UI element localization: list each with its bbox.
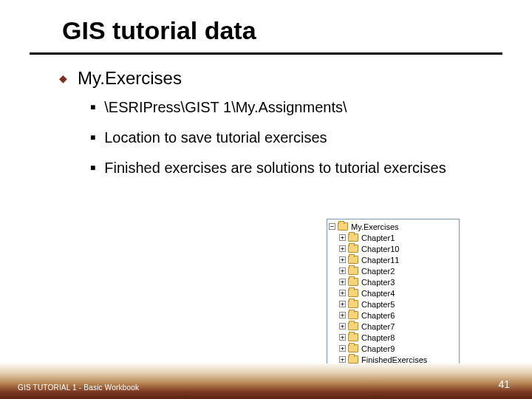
expand-icon[interactable]: + bbox=[339, 279, 346, 285]
tree-node[interactable]: +Chapter11 bbox=[329, 254, 457, 265]
footer-caption: GIS TUTORIAL 1 - Basic Workbook bbox=[18, 383, 139, 392]
tree-node[interactable]: +Chapter10 bbox=[329, 243, 457, 254]
tree-node-label: Chapter10 bbox=[361, 245, 399, 253]
page-number: 41 bbox=[498, 378, 510, 390]
tree-node[interactable]: +Chapter3 bbox=[329, 276, 457, 287]
bullet-lvl2: ■ Location to save tutorial exercises bbox=[90, 129, 488, 146]
tree-node[interactable]: +Chapter5 bbox=[329, 299, 457, 310]
tree-node-label: Chapter7 bbox=[361, 322, 395, 331]
page-title: GIS tutorial data bbox=[30, 0, 502, 55]
folder-icon bbox=[348, 355, 358, 364]
footer-bar: GIS TUTORIAL 1 - Basic Workbook 41 bbox=[0, 364, 532, 399]
expand-icon[interactable]: + bbox=[339, 290, 346, 296]
bullet-lvl1-text: My.Exercises bbox=[78, 68, 182, 89]
diamond-icon: ◆ bbox=[59, 68, 67, 89]
tree-node-label: Chapter11 bbox=[361, 256, 399, 265]
folder-icon bbox=[348, 344, 358, 352]
tree-node-label: Chapter6 bbox=[361, 311, 395, 320]
tree-node-label: Chapter8 bbox=[361, 333, 395, 342]
tree-node[interactable]: +Chapter8 bbox=[329, 332, 457, 343]
folder-icon bbox=[348, 245, 358, 253]
bullet-lvl2-text: Location to save tutorial exercises bbox=[104, 129, 327, 146]
bullet-lvl2: ■ \ESRIPress\GIST 1\My.Assignments\ bbox=[90, 99, 488, 116]
folder-icon bbox=[348, 233, 358, 242]
folder-icon bbox=[348, 267, 358, 275]
slide: GIS tutorial data ◆ My.Exercises ■ \ESRI… bbox=[0, 0, 532, 399]
folder-icon bbox=[348, 289, 358, 297]
expand-icon[interactable]: + bbox=[339, 301, 346, 307]
tree-node-label: FinishedExercises bbox=[361, 355, 427, 364]
square-icon: ■ bbox=[90, 129, 95, 146]
square-icon: ■ bbox=[90, 160, 95, 176]
folder-tree-panel: − My.Exercises +Chapter1 +Chapter10 +Cha… bbox=[327, 219, 460, 367]
tree-node[interactable]: +Chapter4 bbox=[329, 287, 457, 299]
tree-node-label: Chapter3 bbox=[361, 278, 395, 287]
folder-icon bbox=[348, 256, 358, 264]
expand-icon[interactable]: + bbox=[339, 334, 346, 341]
tree-root-label: My.Exercises bbox=[351, 222, 399, 231]
expand-icon[interactable]: + bbox=[339, 356, 346, 363]
bullet-lvl1: ◆ My.Exercises bbox=[59, 68, 488, 89]
tree-node[interactable]: +Chapter2 bbox=[329, 265, 457, 276]
tree-root[interactable]: − My.Exercises bbox=[329, 221, 457, 232]
tree-node-label: Chapter4 bbox=[361, 289, 395, 298]
tree-node-label: Chapter5 bbox=[361, 300, 395, 309]
tree-node[interactable]: +Chapter6 bbox=[329, 310, 457, 321]
content-body: ◆ My.Exercises ■ \ESRIPress\GIST 1\My.As… bbox=[0, 68, 532, 177]
expand-icon[interactable]: + bbox=[339, 323, 346, 330]
square-icon: ■ bbox=[90, 99, 95, 115]
expand-icon[interactable]: + bbox=[339, 256, 346, 263]
folder-icon bbox=[348, 300, 358, 308]
bullet-lvl2-text: \ESRIPress\GIST 1\My.Assignments\ bbox=[104, 99, 347, 116]
bullet-lvl2-text: Finished exercises are solutions to tuto… bbox=[104, 160, 446, 177]
folder-tree: − My.Exercises +Chapter1 +Chapter10 +Cha… bbox=[327, 219, 460, 367]
tree-node-label: Chapter9 bbox=[361, 344, 395, 353]
folder-icon bbox=[338, 222, 348, 231]
expand-icon[interactable]: + bbox=[339, 345, 346, 352]
bullet-lvl2: ■ Finished exercises are solutions to tu… bbox=[90, 160, 488, 177]
folder-icon bbox=[348, 278, 358, 286]
folder-icon bbox=[348, 322, 358, 330]
expand-icon[interactable]: + bbox=[339, 267, 346, 274]
tree-node[interactable]: +Chapter7 bbox=[329, 321, 457, 332]
tree-node[interactable]: +Chapter1 bbox=[329, 232, 457, 243]
folder-icon bbox=[348, 333, 358, 341]
tree-node-label: Chapter1 bbox=[361, 233, 395, 242]
expand-icon[interactable]: + bbox=[339, 234, 346, 241]
expand-icon[interactable]: + bbox=[339, 312, 346, 318]
collapse-icon[interactable]: − bbox=[329, 223, 335, 230]
expand-icon[interactable]: + bbox=[339, 245, 346, 252]
tree-node[interactable]: +Chapter9 bbox=[329, 343, 457, 354]
tree-node-label: Chapter2 bbox=[361, 267, 395, 276]
folder-icon bbox=[348, 311, 358, 319]
